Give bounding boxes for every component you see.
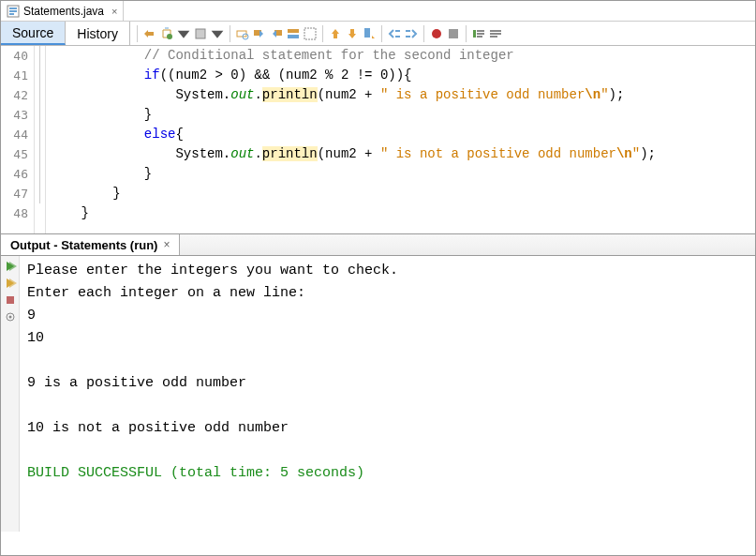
macro-stop-icon[interactable] xyxy=(446,26,461,41)
tab-history[interactable]: History xyxy=(66,22,130,45)
output-gutter xyxy=(1,256,20,532)
svg-rect-16 xyxy=(406,30,410,32)
settings-icon[interactable] xyxy=(4,310,17,323)
svg-rect-21 xyxy=(477,30,484,32)
prev-bookmark-icon[interactable] xyxy=(328,26,343,41)
close-icon[interactable]: × xyxy=(163,238,170,251)
svg-rect-26 xyxy=(490,36,497,38)
uncomment-icon[interactable] xyxy=(488,26,503,41)
dropdown-icon[interactable] xyxy=(210,26,225,41)
svg-rect-20 xyxy=(473,30,476,38)
code-editor[interactable]: 404142434445464748 // Conditional statem… xyxy=(1,46,755,233)
line-gutter: 404142434445464748 xyxy=(1,46,35,233)
file-tab[interactable]: Statements.java × xyxy=(1,1,124,21)
toggle-bookmark-icon[interactable] xyxy=(362,26,377,41)
refresh-icon[interactable] xyxy=(159,26,174,41)
separator xyxy=(322,25,323,42)
find-next-icon[interactable] xyxy=(269,26,284,41)
svg-point-18 xyxy=(432,29,441,38)
svg-rect-27 xyxy=(7,296,14,304)
last-edit-icon[interactable] xyxy=(142,26,157,41)
separator xyxy=(137,25,138,42)
selection-icon[interactable] xyxy=(303,26,318,41)
svg-rect-24 xyxy=(490,30,501,32)
svg-rect-5 xyxy=(196,29,205,38)
svg-rect-15 xyxy=(395,36,400,38)
separator xyxy=(230,25,230,42)
separator xyxy=(423,25,424,42)
shift-left-icon[interactable] xyxy=(387,26,402,41)
file-tab-bar: Statements.java × xyxy=(1,1,755,22)
close-icon[interactable]: × xyxy=(111,6,117,17)
svg-rect-13 xyxy=(364,28,370,38)
macro-record-icon[interactable] xyxy=(429,26,444,41)
rerun-alt-icon[interactable] xyxy=(4,277,17,290)
file-tab-label: Statements.java xyxy=(23,5,104,18)
svg-rect-17 xyxy=(406,36,410,38)
svg-rect-11 xyxy=(288,35,299,38)
shift-right-icon[interactable] xyxy=(404,26,419,41)
find-selection-icon[interactable] xyxy=(235,26,250,41)
fold-column xyxy=(35,46,46,233)
view-tabs: Source History xyxy=(1,22,755,46)
toggle-highlight-icon[interactable] xyxy=(286,26,301,41)
output-text[interactable]: Please enter the integers you want to ch… xyxy=(20,256,755,532)
svg-rect-2 xyxy=(9,10,17,12)
svg-rect-19 xyxy=(449,29,458,38)
separator xyxy=(466,25,467,42)
tab-source[interactable]: Source xyxy=(1,22,66,45)
svg-rect-22 xyxy=(477,33,484,35)
svg-rect-23 xyxy=(477,36,482,38)
svg-rect-3 xyxy=(9,13,14,15)
svg-rect-14 xyxy=(395,30,400,32)
java-file-icon xyxy=(7,5,20,18)
next-bookmark-icon[interactable] xyxy=(345,26,360,41)
code-content[interactable]: // Conditional statement for the second … xyxy=(46,46,755,233)
separator xyxy=(381,25,382,42)
svg-rect-25 xyxy=(490,33,501,35)
comment-icon[interactable] xyxy=(471,26,486,41)
dropdown-icon[interactable] xyxy=(176,26,191,41)
find-prev-icon[interactable] xyxy=(252,26,267,41)
svg-rect-10 xyxy=(288,29,299,33)
svg-point-4 xyxy=(167,34,172,39)
svg-point-29 xyxy=(8,316,11,319)
output-tab-label: Output - Statements (run) xyxy=(10,238,157,252)
box-icon[interactable] xyxy=(193,26,208,41)
rerun-icon[interactable] xyxy=(4,260,17,273)
output-header: Output - Statements (run) × xyxy=(1,233,755,256)
stop-icon[interactable] xyxy=(4,293,17,307)
editor-toolbar xyxy=(130,22,507,45)
svg-rect-1 xyxy=(9,8,17,9)
output-panel: Please enter the integers you want to ch… xyxy=(1,256,755,532)
output-tab[interactable]: Output - Statements (run) × xyxy=(1,234,180,255)
svg-rect-12 xyxy=(304,28,316,39)
